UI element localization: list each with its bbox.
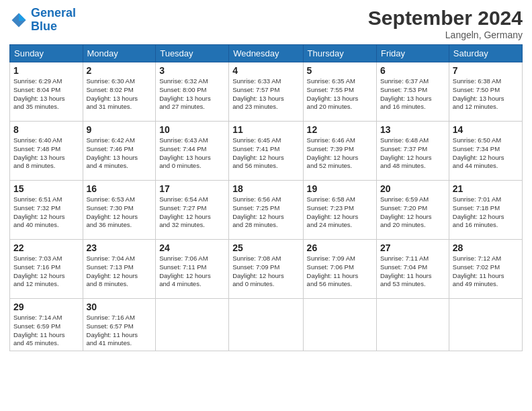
day-number: 29 [13,302,79,312]
day-info: Sunrise: 6:42 AM Sunset: 7:46 PM Dayligh… [87,136,152,171]
calendar: SundayMondayTuesdayWednesdayThursdayFrid… [9,44,523,351]
day-number: 25 [232,242,299,253]
day-info: Sunrise: 7:06 AM Sunset: 7:11 PM Dayligh… [159,255,225,289]
calendar-cell: 15Sunrise: 6:51 AM Sunset: 7:32 PM Dayli… [10,181,83,240]
day-number: 16 [87,183,152,194]
day-info: Sunrise: 6:43 AM Sunset: 7:44 PM Dayligh… [159,136,225,171]
calendar-cell: 28Sunrise: 7:12 AM Sunset: 7:02 PM Dayli… [449,240,522,299]
title-block: September 2024 Langeln, Germany [368,7,523,40]
day-info: Sunrise: 7:01 AM Sunset: 7:18 PM Dayligh… [453,195,519,230]
day-info: Sunrise: 7:11 AM Sunset: 7:04 PM Dayligh… [380,255,445,289]
day-number: 19 [307,183,373,194]
day-number: 8 [13,124,79,135]
day-info: Sunrise: 7:08 AM Sunset: 7:09 PM Dayligh… [232,255,299,289]
day-number: 13 [380,124,445,135]
day-number: 7 [453,65,519,76]
calendar-cell [449,299,522,351]
location: Langeln, Germany [368,30,523,40]
header: General Blue September 2024 Langeln, Ger… [9,7,523,40]
calendar-cell: 8Sunrise: 6:40 AM Sunset: 7:48 PM Daylig… [10,122,83,181]
month-title: September 2024 [368,7,523,30]
day-info: Sunrise: 7:09 AM Sunset: 7:06 PM Dayligh… [307,255,373,289]
calendar-cell [229,299,303,351]
day-number: 6 [380,65,445,76]
day-info: Sunrise: 6:45 AM Sunset: 7:41 PM Dayligh… [232,136,299,171]
calendar-cell: 1Sunrise: 6:29 AM Sunset: 8:04 PM Daylig… [10,62,83,122]
calendar-cell: 27Sunrise: 7:11 AM Sunset: 7:04 PM Dayli… [376,240,449,299]
day-number: 27 [380,242,445,253]
calendar-cell: 13Sunrise: 6:48 AM Sunset: 7:37 PM Dayli… [376,122,449,181]
day-info: Sunrise: 7:04 AM Sunset: 7:13 PM Dayligh… [87,255,152,289]
day-info: Sunrise: 6:32 AM Sunset: 8:00 PM Dayligh… [159,77,225,111]
day-info: Sunrise: 6:50 AM Sunset: 7:34 PM Dayligh… [453,136,519,171]
day-info: Sunrise: 7:12 AM Sunset: 7:02 PM Dayligh… [453,255,519,289]
calendar-cell: 12Sunrise: 6:46 AM Sunset: 7:39 PM Dayli… [303,122,376,181]
logo-icon [9,11,28,30]
day-info: Sunrise: 6:35 AM Sunset: 7:55 PM Dayligh… [307,77,373,111]
calendar-cell: 2Sunrise: 6:30 AM Sunset: 8:02 PM Daylig… [83,62,156,122]
day-number: 26 [307,242,373,253]
day-number: 22 [13,242,79,253]
day-number: 15 [13,183,79,194]
calendar-cell: 4Sunrise: 6:33 AM Sunset: 7:57 PM Daylig… [229,62,303,122]
calendar-header-monday: Monday [83,45,156,62]
calendar-cell: 23Sunrise: 7:04 AM Sunset: 7:13 PM Dayli… [83,240,156,299]
calendar-cell: 7Sunrise: 6:38 AM Sunset: 7:50 PM Daylig… [449,62,522,122]
day-info: Sunrise: 6:48 AM Sunset: 7:37 PM Dayligh… [380,136,445,171]
day-info: Sunrise: 6:58 AM Sunset: 7:23 PM Dayligh… [307,195,373,230]
calendar-cell: 25Sunrise: 7:08 AM Sunset: 7:09 PM Dayli… [229,240,303,299]
day-number: 5 [307,65,373,76]
calendar-header-wednesday: Wednesday [229,45,303,62]
logo-general: General [31,6,76,19]
calendar-cell: 14Sunrise: 6:50 AM Sunset: 7:34 PM Dayli… [449,122,522,181]
calendar-cell: 21Sunrise: 7:01 AM Sunset: 7:18 PM Dayli… [449,181,522,240]
logo-blue: Blue [31,19,57,33]
logo: General Blue [9,7,76,34]
calendar-week-row: 8Sunrise: 6:40 AM Sunset: 7:48 PM Daylig… [10,122,523,181]
day-number: 21 [453,183,519,194]
day-number: 28 [453,242,519,253]
day-info: Sunrise: 6:51 AM Sunset: 7:32 PM Dayligh… [13,195,79,230]
day-info: Sunrise: 6:38 AM Sunset: 7:50 PM Dayligh… [453,77,519,111]
day-info: Sunrise: 6:46 AM Sunset: 7:39 PM Dayligh… [307,136,373,171]
calendar-cell: 29Sunrise: 7:14 AM Sunset: 6:59 PM Dayli… [10,299,83,351]
day-info: Sunrise: 7:16 AM Sunset: 6:57 PM Dayligh… [87,314,152,348]
day-info: Sunrise: 6:56 AM Sunset: 7:25 PM Dayligh… [232,195,299,230]
calendar-cell: 18Sunrise: 6:56 AM Sunset: 7:25 PM Dayli… [229,181,303,240]
calendar-cell: 20Sunrise: 6:59 AM Sunset: 7:20 PM Dayli… [376,181,449,240]
day-info: Sunrise: 7:14 AM Sunset: 6:59 PM Dayligh… [13,314,79,348]
day-number: 1 [13,65,79,76]
day-number: 3 [159,65,225,76]
calendar-cell [303,299,376,351]
day-info: Sunrise: 6:40 AM Sunset: 7:48 PM Dayligh… [13,136,79,171]
day-number: 24 [159,242,225,253]
calendar-cell: 10Sunrise: 6:43 AM Sunset: 7:44 PM Dayli… [156,122,229,181]
calendar-cell: 26Sunrise: 7:09 AM Sunset: 7:06 PM Dayli… [303,240,376,299]
day-number: 18 [232,183,299,194]
day-number: 4 [232,65,299,76]
day-number: 11 [232,124,299,135]
day-number: 23 [87,242,152,253]
calendar-cell: 19Sunrise: 6:58 AM Sunset: 7:23 PM Dayli… [303,181,376,240]
svg-marker-1 [19,13,26,21]
day-info: Sunrise: 6:53 AM Sunset: 7:30 PM Dayligh… [87,195,152,230]
calendar-cell [156,299,229,351]
calendar-cell [376,299,449,351]
calendar-cell: 11Sunrise: 6:45 AM Sunset: 7:41 PM Dayli… [229,122,303,181]
day-info: Sunrise: 7:03 AM Sunset: 7:16 PM Dayligh… [13,255,79,289]
calendar-cell: 22Sunrise: 7:03 AM Sunset: 7:16 PM Dayli… [10,240,83,299]
day-number: 9 [87,124,152,135]
calendar-week-row: 22Sunrise: 7:03 AM Sunset: 7:16 PM Dayli… [10,240,523,299]
calendar-header-sunday: Sunday [10,45,83,62]
calendar-week-row: 1Sunrise: 6:29 AM Sunset: 8:04 PM Daylig… [10,62,523,122]
calendar-cell: 30Sunrise: 7:16 AM Sunset: 6:57 PM Dayli… [83,299,156,351]
calendar-cell: 17Sunrise: 6:54 AM Sunset: 7:27 PM Dayli… [156,181,229,240]
day-info: Sunrise: 6:33 AM Sunset: 7:57 PM Dayligh… [232,77,299,111]
day-number: 14 [453,124,519,135]
logo-text: General Blue [31,7,76,34]
day-number: 20 [380,183,445,194]
day-info: Sunrise: 6:29 AM Sunset: 8:04 PM Dayligh… [13,77,79,111]
day-info: Sunrise: 6:54 AM Sunset: 7:27 PM Dayligh… [159,195,225,230]
day-number: 2 [87,65,152,76]
day-info: Sunrise: 6:30 AM Sunset: 8:02 PM Dayligh… [87,77,152,111]
